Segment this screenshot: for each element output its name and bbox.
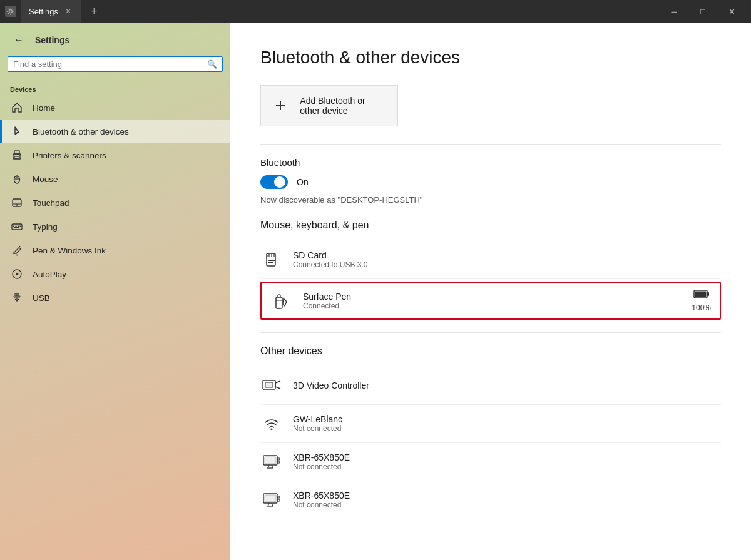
svg-rect-30: [707, 292, 709, 296]
add-device-button[interactable]: Add Bluetooth or other device: [260, 85, 398, 126]
divider-2: [260, 332, 721, 333]
sidebar-item-home[interactable]: Home: [0, 96, 230, 120]
sidebar-item-bluetooth[interactable]: Bluetooth & other devices: [0, 120, 230, 143]
sdcard-icon: [260, 248, 283, 271]
svg-rect-15: [20, 226, 21, 227]
xbr2-info: XBR-65X850E Not connected: [293, 491, 721, 509]
add-device-icon: [271, 93, 290, 118]
gwleblanc-status: Not connected: [293, 424, 721, 433]
svg-rect-31: [695, 292, 706, 297]
svg-rect-16: [14, 227, 19, 228]
sidebar-item-autoplay[interactable]: AutoPlay: [0, 262, 230, 286]
sidebar-item-touchpad[interactable]: Touchpad: [0, 191, 230, 215]
svg-rect-27: [276, 297, 282, 308]
3dvideo-name: 3D Video Controller: [293, 380, 721, 390]
surfacepen-battery: 100%: [692, 289, 711, 312]
sidebar-item-printers[interactable]: Printers & scanners: [0, 143, 230, 167]
other-devices-title: Other devices: [260, 345, 721, 357]
sidebar-item-usb[interactable]: USB: [0, 286, 230, 310]
usb-icon: [10, 292, 24, 303]
sdcard-name: SD Card: [293, 250, 721, 260]
xbr2-status: Not connected: [293, 501, 721, 509]
svg-rect-12: [13, 226, 14, 227]
tab-label: Settings: [29, 7, 58, 16]
svg-line-40: [272, 465, 273, 468]
svg-rect-20: [14, 296, 16, 297]
sidebar-item-pen[interactable]: Pen & Windows Ink: [0, 238, 230, 262]
tab-close-button[interactable]: ✕: [63, 6, 73, 16]
search-icon: 🔍: [207, 59, 217, 69]
sidebar-item-mouse-label: Mouse: [33, 175, 58, 184]
close-button[interactable]: ✕: [717, 0, 746, 23]
app-body: ← Settings 🔍 Devices Home Bluetooth & o: [0, 23, 751, 560]
xbr2-name: XBR-65X850E: [293, 491, 721, 501]
home-icon: [10, 102, 24, 113]
gwleblanc-name: GW-LeBlanc: [293, 414, 721, 424]
new-tab-button[interactable]: +: [86, 5, 103, 18]
svg-point-37: [271, 429, 273, 430]
maximize-button[interactable]: □: [688, 0, 717, 23]
sidebar-item-usb-label: USB: [33, 293, 50, 303]
svg-point-0: [9, 10, 13, 13]
settings-tab[interactable]: Settings ✕: [21, 0, 81, 23]
autoplay-icon: [10, 268, 24, 280]
wifi-icon: [260, 412, 283, 435]
sidebar-item-bluetooth-label: Bluetooth & other devices: [33, 127, 129, 136]
xbr1-info: XBR-65X850E Not connected: [293, 452, 721, 471]
svg-rect-13: [16, 226, 17, 227]
svg-rect-11: [12, 224, 22, 230]
svg-line-39: [268, 465, 269, 468]
svg-line-34: [275, 381, 280, 383]
search-input[interactable]: [13, 59, 203, 69]
xbr1-name: XBR-65X850E: [293, 452, 721, 462]
bluetooth-toggle[interactable]: [260, 175, 288, 189]
printer-icon: [10, 150, 24, 161]
search-box[interactable]: 🔍: [8, 56, 223, 72]
svg-point-17: [16, 255, 18, 256]
xbr1-status: Not connected: [293, 462, 721, 471]
pen-icon: [10, 245, 24, 256]
svg-rect-42: [265, 457, 276, 464]
svg-rect-2: [14, 151, 19, 154]
back-button[interactable]: ←: [10, 31, 28, 49]
device-item-surfacepen[interactable]: Surface Pen Connected 100%: [260, 282, 721, 320]
sidebar-item-printers-label: Printers & scanners: [33, 151, 106, 160]
svg-point-4: [19, 155, 20, 156]
mouse-keyboard-pen-title: Mouse, keyboard, & pen: [260, 220, 721, 231]
sidebar-item-typing-label: Typing: [33, 222, 58, 232]
tab-settings-icon: [5, 6, 16, 17]
sdcard-info: SD Card Connected to USB 3.0: [293, 250, 721, 269]
device-item-sdcard[interactable]: SD Card Connected to USB 3.0: [260, 241, 721, 279]
sidebar-item-touchpad-label: Touchpad: [33, 198, 69, 208]
bluetooth-toggle-label: On: [297, 177, 309, 187]
bluetooth-section-label: Bluetooth: [260, 157, 721, 168]
discoverable-text: Now discoverable as "DESKTOP-HEGSLTH": [260, 195, 721, 205]
sidebar-item-mouse[interactable]: Mouse: [0, 167, 230, 191]
svg-rect-33: [265, 382, 273, 387]
divider-1: [260, 144, 721, 145]
device-item-gwleblanc[interactable]: GW-LeBlanc Not connected: [260, 405, 721, 443]
svg-rect-3: [14, 156, 19, 158]
svg-rect-26: [268, 262, 273, 263]
page-title: Bluetooth & other devices: [260, 48, 721, 68]
sidebar-item-autoplay-label: AutoPlay: [33, 270, 66, 279]
main-content: Bluetooth & other devices Add Bluetooth …: [230, 23, 751, 560]
sidebar-title: Settings: [35, 35, 69, 45]
sidebar-section-label: Devices: [0, 79, 230, 96]
bluetooth-nav-icon: [10, 126, 24, 137]
window-controls: ─ □ ✕: [660, 0, 746, 23]
sdcard-status: Connected to USB 3.0: [293, 260, 721, 269]
device-item-3dvideo[interactable]: 3D Video Controller: [260, 367, 721, 405]
minimize-button[interactable]: ─: [660, 0, 688, 23]
device-item-xbr1[interactable]: XBR-65X850E Not connected: [260, 443, 721, 481]
battery-percent: 100%: [692, 303, 711, 312]
svg-line-46: [268, 503, 269, 506]
device-item-xbr2[interactable]: XBR-65X850E Not connected: [260, 481, 721, 519]
surfacepen-info: Surface Pen Connected: [303, 292, 682, 310]
sidebar: ← Settings 🔍 Devices Home Bluetooth & o: [0, 23, 230, 560]
titlebar: Settings ✕ + ─ □ ✕: [0, 0, 751, 23]
keyboard-icon: [10, 221, 24, 232]
sidebar-item-typing[interactable]: Typing: [0, 215, 230, 238]
svg-line-47: [272, 503, 273, 506]
svg-rect-21: [18, 296, 20, 297]
